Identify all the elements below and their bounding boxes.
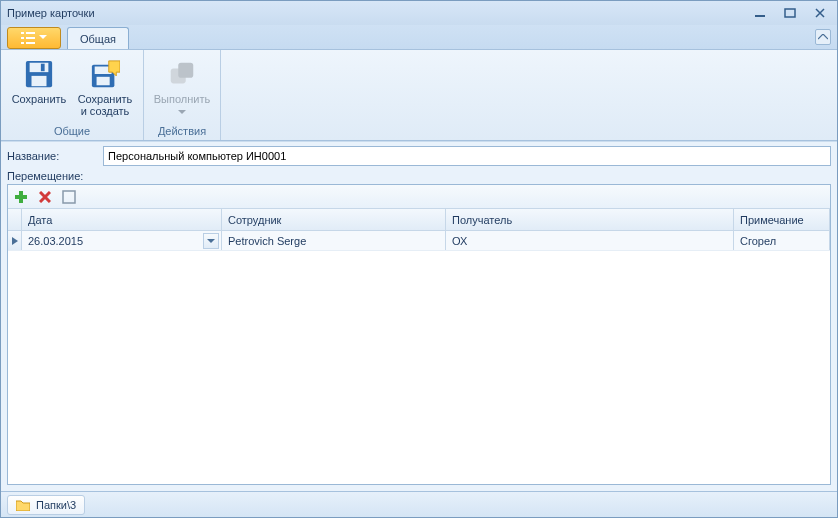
execute-label: Выполнить: [154, 93, 210, 117]
x-icon: [39, 191, 51, 203]
group-label-actions: Действия: [144, 123, 220, 140]
close-button[interactable]: [809, 6, 831, 20]
svg-rect-1: [785, 9, 795, 17]
ribbon: Сохранить Сохранитьи создать Общие Выпол…: [1, 49, 837, 141]
svg-rect-14: [97, 77, 110, 85]
chevron-down-icon: [39, 35, 47, 41]
save-create-label: Сохранитьи создать: [78, 93, 133, 117]
minimize-button[interactable]: [749, 6, 771, 20]
chevron-down-icon: [207, 239, 215, 244]
window-title: Пример карточки: [7, 7, 749, 19]
cell-recipient[interactable]: ОХ: [446, 231, 734, 250]
maximize-button[interactable]: [779, 6, 801, 20]
statusbar: Папки\3: [1, 491, 837, 517]
svg-rect-20: [63, 191, 75, 203]
col-header-employee[interactable]: Сотрудник: [222, 209, 446, 230]
folder-path-chip[interactable]: Папки\3: [7, 495, 85, 515]
date-dropdown-button[interactable]: [203, 233, 219, 249]
col-header-date[interactable]: Дата: [22, 209, 222, 230]
col-header-recipient[interactable]: Получатель: [446, 209, 734, 230]
svg-rect-17: [178, 63, 193, 78]
grid-header: Дата Сотрудник Получатель Примечание: [8, 209, 830, 231]
movement-label: Перемещение:: [7, 170, 831, 182]
tab-label: Общая: [80, 33, 116, 45]
grid-options-button[interactable]: [60, 188, 78, 206]
save-button[interactable]: Сохранить: [7, 54, 71, 120]
cell-date[interactable]: 26.03.2015: [22, 231, 222, 250]
chevron-down-icon: [178, 110, 186, 115]
ribbon-collapse-button[interactable]: [815, 29, 831, 45]
app-menu-button[interactable]: [7, 27, 61, 49]
chevron-up-icon: [818, 34, 828, 40]
current-row-indicator: [8, 231, 22, 250]
window-controls: [749, 6, 831, 20]
svg-rect-11: [41, 64, 45, 72]
window: Пример карточки Общая Сохранить: [0, 0, 838, 518]
folder-icon: [16, 499, 30, 511]
execute-button: Выполнить: [150, 54, 214, 120]
name-label: Название:: [7, 150, 103, 162]
square-icon: [62, 190, 76, 204]
svg-rect-4: [21, 37, 24, 39]
cell-note[interactable]: Сгорел: [734, 231, 830, 250]
svg-rect-5: [26, 37, 35, 39]
svg-rect-7: [26, 42, 35, 44]
cell-employee[interactable]: Petrovich Serge: [222, 231, 446, 250]
content-area: Название: Перемещение: Дата Сотрудник По…: [1, 141, 837, 491]
svg-rect-9: [30, 63, 49, 72]
movement-grid: Дата Сотрудник Получатель Примечание 26.…: [7, 184, 831, 485]
svg-rect-0: [755, 15, 765, 17]
plus-icon: [14, 190, 28, 204]
execute-icon: [166, 58, 198, 90]
titlebar: Пример карточки: [1, 1, 837, 25]
save-icon: [23, 58, 55, 90]
caret-right-icon: [11, 237, 19, 245]
svg-rect-19: [15, 195, 27, 199]
delete-row-button[interactable]: [36, 188, 54, 206]
ribbon-group-actions: Выполнить Действия: [144, 50, 221, 140]
row-indicator-header: [8, 209, 22, 230]
save-new-icon: [89, 58, 121, 90]
svg-rect-10: [32, 76, 47, 86]
col-header-note[interactable]: Примечание: [734, 209, 830, 230]
name-input[interactable]: [103, 146, 831, 166]
table-row[interactable]: 26.03.2015 Petrovich Serge ОХ Сгорел: [8, 231, 830, 251]
save-label: Сохранить: [12, 93, 67, 105]
name-row: Название:: [7, 146, 831, 166]
ribbon-tabstrip: Общая: [1, 25, 837, 49]
ribbon-group-general: Сохранить Сохранитьи создать Общие: [1, 50, 144, 140]
grid-toolbar: [8, 185, 830, 209]
folder-path-text: Папки\3: [36, 499, 76, 511]
svg-rect-2: [21, 32, 24, 34]
save-and-create-button[interactable]: Сохранитьи создать: [73, 54, 137, 120]
tab-general[interactable]: Общая: [67, 27, 129, 49]
add-row-button[interactable]: [12, 188, 30, 206]
svg-rect-6: [21, 42, 24, 44]
list-icon: [21, 32, 35, 44]
group-label-general: Общие: [1, 123, 143, 140]
svg-rect-3: [26, 32, 35, 34]
